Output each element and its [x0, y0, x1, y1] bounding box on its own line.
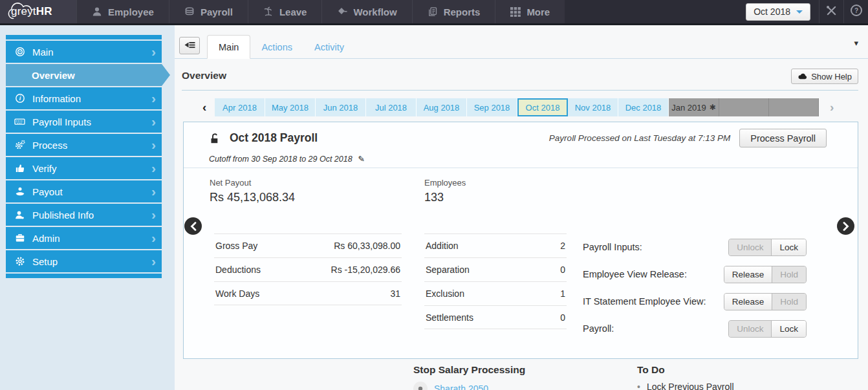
month-tab-dec-2018[interactable]: Dec 2018 [618, 98, 669, 116]
it-statement-view-toggle: Release Hold [724, 293, 807, 310]
chevron-right-icon: › [151, 254, 156, 269]
month-tab-may-2018[interactable]: May 2018 [265, 98, 316, 116]
payroll-overview-card: Oct 2018 Payroll Payroll Processed on La… [183, 122, 858, 359]
todo-item-text: Lock Previous Payroll [647, 382, 734, 390]
wrench-screwdriver-icon [825, 5, 838, 19]
control-label: IT Statement Employee View: [583, 296, 706, 307]
edit-pencil-icon[interactable]: ✎ [358, 155, 364, 164]
month-tab-jul-2018[interactable]: Jul 2018 [366, 98, 417, 116]
collapse-sidebar-button[interactable] [179, 37, 200, 54]
carousel-next-button[interactable] [837, 217, 854, 235]
month-tab-sep-2018[interactable]: Sep 2018 [467, 98, 517, 116]
collapse-arrow-icon [184, 41, 195, 50]
app-logo[interactable]: greytHR [0, 0, 76, 23]
net-payout-stat: Net Payout Rs 45,13,068.34 [210, 178, 295, 204]
control-label: Payroll Inputs: [583, 242, 642, 252]
sidebar-item-published-info[interactable]: Published Info › [6, 204, 162, 226]
nav-label: Leave [279, 6, 307, 17]
report-pages-icon [428, 6, 438, 17]
net-payout-value: Rs 45,13,068.34 [210, 191, 295, 204]
tab-label: Main [219, 42, 239, 52]
nav-payroll[interactable]: Payroll [169, 0, 248, 23]
sidebar-item-payroll-inputs[interactable]: Payroll Inputs › [6, 111, 162, 133]
table-row: DeductionsRs -15,20,029.66 [214, 257, 402, 281]
admin-tools-button[interactable] [819, 0, 843, 23]
sidebar-item-label: Published Info [32, 210, 94, 221]
payroll-inputs-toggle: Unlock Lock [728, 239, 807, 256]
nav-workflow[interactable]: Workflow [321, 0, 411, 23]
hold-button[interactable]: Hold [772, 266, 806, 283]
sidebar-item-payout[interactable]: Payout › [6, 180, 162, 202]
chevron-right-icon: › [151, 91, 156, 106]
grid-icon [510, 6, 521, 17]
release-button[interactable]: Release [724, 266, 772, 283]
stop-salary-panel: Stop Salary Processing Sharath 2050 [413, 364, 525, 390]
show-help-button[interactable]: Show Help [791, 69, 858, 84]
months-next-icon[interactable]: › [830, 100, 834, 115]
employees-stat: Employees 133 [424, 178, 466, 204]
table-row: Work Days31 [214, 281, 402, 305]
nav-label: More [526, 6, 550, 17]
tab-actions[interactable]: Actions [250, 35, 303, 59]
sidebar-item-label: Payroll Inputs [32, 116, 91, 127]
table-row: Addition2 [424, 233, 567, 257]
month-tab-jan-2019[interactable]: Jan 2019✱ [669, 98, 719, 116]
person-badge-icon [14, 210, 25, 220]
lock-button[interactable]: Lock [771, 321, 806, 337]
nav-employee[interactable]: Employee [76, 0, 169, 23]
process-payroll-button[interactable]: Process Payroll [739, 129, 827, 147]
employee-counts-table: Addition2 Separation0 Exclusion1 Settlem… [424, 233, 567, 329]
panel-caret-icon[interactable]: ▾ [854, 38, 858, 48]
month-tabs-strip: ‹ Apr 2018 May 2018 Jun 2018 Jul 2018 Au… [175, 98, 868, 116]
nav-more[interactable]: More [495, 0, 565, 23]
sidebar-item-process[interactable]: Process › [6, 134, 162, 156]
coins-icon [184, 6, 195, 17]
help-button[interactable]: ? [843, 0, 868, 23]
tab-main[interactable]: Main [207, 35, 250, 59]
chevron-right-icon [843, 222, 849, 231]
chevron-right-icon: › [151, 184, 156, 199]
sidebar-item-overview[interactable]: Overview [6, 64, 162, 86]
page-header: Overview Show Help [182, 59, 858, 91]
tabs-group: Main Actions Activity [207, 35, 355, 59]
nav-reports[interactable]: Reports [412, 0, 495, 23]
month-tab-oct-2018-selected[interactable]: Oct 2018 [517, 98, 568, 116]
table-row: Exclusion1 [424, 281, 567, 305]
months-prev-icon[interactable]: ‹ [202, 100, 206, 115]
lock-button[interactable]: Lock [771, 239, 806, 255]
month-tab-nov-2018[interactable]: Nov 2018 [568, 98, 618, 116]
sidebar-item-main[interactable]: Main › [6, 41, 162, 63]
employees-label: Employees [424, 178, 466, 188]
month-tab-jun-2018[interactable]: Jun 2018 [316, 98, 366, 116]
unlock-button[interactable]: Unlock [729, 239, 771, 255]
release-button[interactable]: Release [724, 294, 772, 310]
sidebar-item-setup[interactable]: Setup › [6, 250, 162, 272]
control-label: Payroll: [583, 323, 614, 334]
month-tab-aug-2018[interactable]: Aug 2018 [417, 98, 467, 116]
sidebar-item-information[interactable]: i Information › [6, 87, 162, 109]
payroll-controls: Payroll Inputs: Unlock Lock Employee Vie… [583, 233, 807, 342]
tab-label: Actions [261, 42, 292, 52]
nav-leave[interactable]: Leave [248, 0, 322, 23]
sidebar-item-admin[interactable]: Admin › [6, 227, 162, 249]
tab-bar: Main Actions Activity ▾ [175, 25, 868, 59]
asterisk-icon: ✱ [710, 103, 716, 112]
nav-label: Workflow [353, 6, 396, 17]
diamond-icon [337, 6, 347, 17]
employee-link[interactable]: Sharath 2050 [434, 384, 488, 390]
table-row: Settlements0 [424, 305, 567, 329]
gear-icon [14, 256, 25, 266]
month-tab-apr-2018[interactable]: Apr 2018 [215, 98, 265, 116]
avatar [413, 382, 428, 390]
todo-title: To Do [637, 364, 734, 376]
tab-activity[interactable]: Activity [303, 35, 355, 59]
carousel-prev-button[interactable] [184, 217, 202, 235]
hold-button[interactable]: Hold [772, 294, 806, 310]
month-tab-placeholder [719, 98, 769, 116]
payroll-month-dropdown[interactable]: Oct 2018 [746, 3, 810, 21]
sidebar-item-verify[interactable]: Verify › [6, 157, 162, 179]
stop-salary-title: Stop Salary Processing [413, 364, 525, 376]
unlock-button[interactable]: Unlock [729, 321, 771, 337]
chevron-right-icon: › [151, 114, 156, 129]
help-cloud-icon [797, 72, 807, 81]
